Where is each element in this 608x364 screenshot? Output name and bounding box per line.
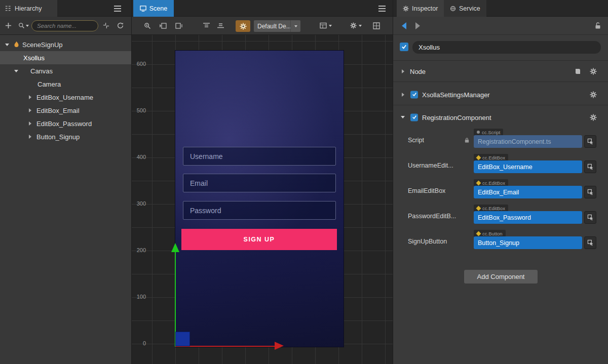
component-enabled-checkbox[interactable] (410, 113, 418, 121)
gizmo-y-axis-arrowhead[interactable] (171, 243, 179, 252)
inspector-gear-icon (403, 6, 409, 12)
collapse-arrow-icon[interactable] (29, 108, 31, 112)
preview-signup-button[interactable]: SIGN UP (181, 229, 337, 250)
tree-item-label: Canvas (30, 67, 53, 75)
preview-username-editbox[interactable]: Username (183, 147, 336, 166)
gizmo-origin-handle[interactable] (175, 332, 190, 346)
reference-picker-button[interactable] (584, 186, 596, 198)
search-filter-button[interactable] (18, 22, 29, 29)
type-badge-label: cc.Button (482, 231, 503, 236)
prefab-book-icon[interactable] (575, 68, 581, 74)
reference-picker-button[interactable] (584, 236, 596, 249)
reference-picker-button[interactable] (584, 135, 596, 148)
scene-toolbar: Default De... (132, 17, 393, 35)
node-reference-field[interactable]: Button_Signup (474, 236, 582, 249)
node-reference-field[interactable]: EditBox_Username (474, 160, 582, 173)
hierarchy-tabbar: Hierarchy (0, 0, 131, 17)
collapse-arrow-icon[interactable] (29, 135, 31, 139)
gear-icon[interactable] (590, 91, 597, 98)
history-forward-icon[interactable] (415, 22, 420, 29)
refresh-icon[interactable] (117, 22, 124, 29)
inspector-nav-row (393, 17, 608, 35)
add-component-label: Add Component (477, 273, 525, 280)
node-reference-field[interactable]: EditBox_Password (474, 211, 582, 224)
editbox-type-icon (476, 155, 481, 160)
tree-item-editbox-email[interactable]: EditBox_Email (0, 104, 131, 117)
collapse-all-icon[interactable] (103, 22, 109, 29)
preview-password-editbox[interactable]: Password (183, 201, 336, 220)
script-reference-field[interactable]: RegistrationComponent.ts (474, 135, 582, 148)
history-back-icon[interactable] (402, 22, 406, 29)
collapse-arrow-icon[interactable] (402, 93, 404, 97)
ruler-label: 500 (134, 107, 146, 113)
hierarchy-menu-icon[interactable] (113, 5, 122, 12)
component-enabled-checkbox[interactable] (410, 91, 418, 98)
tab-scene[interactable]: Scene (133, 0, 174, 17)
component-xsollasettingsmanager-header[interactable]: XsollaSettingsManager (393, 87, 608, 102)
search-input[interactable] (31, 20, 98, 31)
add-component-button[interactable]: Add Component (464, 270, 538, 284)
tab-service[interactable]: Service (444, 0, 486, 17)
align-top-button[interactable] (203, 22, 210, 29)
grid-toggle-button[interactable] (373, 22, 380, 29)
divider (393, 82, 608, 82)
gizmo-settings-button[interactable] (236, 20, 250, 32)
collapse-arrow-icon[interactable] (402, 69, 404, 73)
tree-item-scenesignup[interactable]: SceneSignUp (0, 38, 131, 51)
align-bottom-button[interactable] (217, 22, 224, 29)
collapse-arrow-icon[interactable] (29, 95, 31, 99)
reference-picker-button[interactable] (584, 160, 596, 173)
unlock-icon[interactable] (595, 22, 601, 29)
tree-item-camera[interactable]: Camera (0, 77, 131, 91)
tree-item-editbox-username[interactable]: EditBox_Username (0, 91, 131, 104)
tree-item-xsollus[interactable]: Xsollus (0, 51, 131, 64)
scene-menu-icon[interactable] (378, 5, 386, 12)
type-badge: cc.EditBox (474, 179, 508, 186)
device-dropdown[interactable]: Default De... (254, 20, 300, 32)
property-row-username-editbox: UsernameEdit... cc.EditBox EditBox_Usern… (393, 153, 608, 177)
gizmo-x-axis[interactable] (175, 346, 275, 347)
insert-node-before-button[interactable] (160, 22, 167, 29)
tree-item-canvas[interactable]: Canvas (0, 64, 131, 77)
node-section-label: Node (410, 67, 426, 75)
expand-arrow-icon[interactable] (5, 44, 9, 46)
property-label: UsernameEdit... (408, 162, 453, 169)
gear-icon[interactable] (590, 68, 597, 75)
expand-arrow-icon[interactable] (14, 70, 18, 72)
chevron-down-icon (329, 25, 332, 27)
expand-arrow-icon[interactable] (401, 116, 405, 118)
game-preview[interactable]: Username Email Password SIGN UP (175, 51, 344, 347)
lock-icon (464, 137, 470, 143)
reference-picker-button[interactable] (584, 211, 596, 224)
node-name-input[interactable] (412, 41, 601, 54)
zoom-icon[interactable] (144, 22, 151, 29)
node-active-checkbox[interactable] (400, 43, 408, 51)
node-reference-field[interactable]: EditBox_Email (474, 186, 582, 198)
gizmo-x-axis-arrowhead[interactable] (275, 342, 284, 350)
tab-service-label: Service (459, 5, 480, 12)
gear-icon[interactable] (590, 114, 597, 121)
preview-email-editbox[interactable]: Email (183, 174, 336, 192)
node-section-header[interactable]: Node (393, 64, 608, 78)
cocos-creator-editor: Hierarchy (0, 0, 608, 364)
layout-dropdown-button[interactable] (320, 22, 332, 29)
ruler-label: 0 (134, 340, 146, 346)
type-badge-label: cc.Script (482, 130, 500, 135)
type-badge: cc.Button (474, 230, 506, 237)
component-registrationcomponent-header[interactable]: RegistrationComponent (393, 110, 608, 125)
scene-flame-icon (14, 42, 19, 48)
collapse-arrow-icon[interactable] (29, 122, 31, 126)
ruler-label: 400 (134, 154, 146, 160)
view-settings-button[interactable] (350, 22, 362, 29)
tab-inspector[interactable]: Inspector (397, 0, 444, 17)
tree-item-button-signup[interactable]: Button_Signup (0, 130, 131, 143)
scene-viewport[interactable]: 600 500 400 300 200 100 0 Username Email… (132, 35, 393, 364)
hierarchy-tree-icon (5, 5, 11, 12)
create-node-button[interactable] (5, 22, 12, 29)
service-link-icon (450, 6, 456, 12)
inspector-tabbar: Inspector Service (393, 0, 608, 17)
tree-item-editbox-password[interactable]: EditBox_Password (0, 117, 131, 130)
scene-panel: Scene D (131, 0, 393, 364)
tab-hierarchy[interactable]: Hierarchy (0, 0, 57, 17)
insert-node-after-button[interactable] (175, 22, 182, 29)
